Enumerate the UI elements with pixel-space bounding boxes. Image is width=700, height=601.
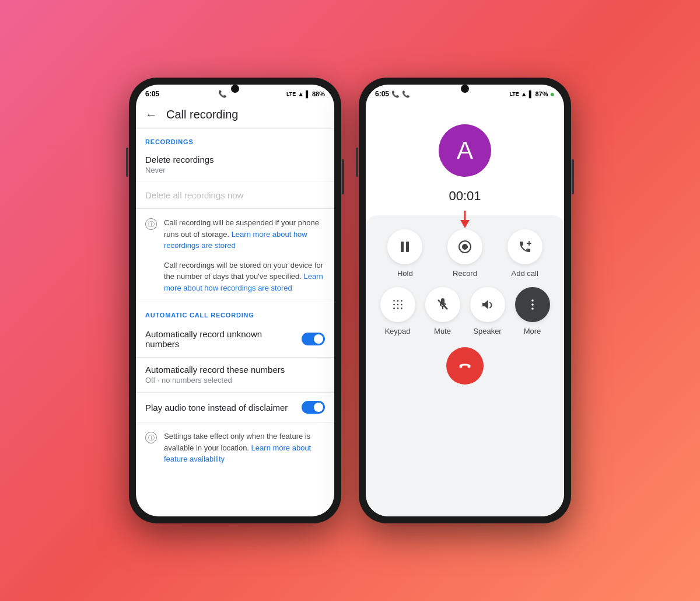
signal-bars-left: ▌ [306,90,310,97]
record-button[interactable]: Record [447,229,482,278]
hold-label: Hold [397,269,413,278]
svg-point-21 [531,303,534,306]
auto-recording-header: AUTOMATIC CALL RECORDING [136,302,334,321]
back-button[interactable]: ← [145,108,157,121]
speaker-circle [470,287,505,322]
add-call-button[interactable]: Add call [508,229,542,278]
settings-toolbar: ← Call recording [136,101,334,129]
wifi-icon: ▲ [298,90,304,97]
svg-point-11 [393,304,395,306]
battery-left: 88% [312,90,325,97]
wifi-icon-r: ▲ [521,90,527,97]
mute-button[interactable]: Mute [425,287,460,336]
keypad-button[interactable]: Keypad [380,287,415,336]
svg-rect-3 [406,242,409,252]
svg-point-5 [462,244,468,250]
more-button[interactable]: More [515,287,550,336]
info-text-1: Call recording will be suspended if your… [164,217,325,251]
svg-point-10 [401,300,402,302]
delete-recordings-title: Delete recordings [145,155,325,165]
recordings-header: RECORDINGS [136,129,334,148]
info-section-2: ⓘ Call recordings will be stored on your… [136,260,334,302]
lte-icon-r: LTE [509,91,519,97]
svg-point-8 [393,300,395,302]
auto-unknown-row[interactable]: Automatically record unknown numbers [136,321,334,357]
auto-these-subtitle: Off · no numbers selected [145,376,325,385]
page-title: Call recording [166,108,238,121]
svg-point-13 [401,304,402,306]
hold-button[interactable]: Hold [387,229,422,278]
play-audio-row[interactable]: Play audio tone instead of disclaimer [136,392,334,422]
svg-point-14 [393,308,395,309]
camera-notch-right [461,85,469,93]
status-icons-right: LTE ▲ ▌ 87% ● [509,89,555,99]
svg-point-15 [397,308,398,309]
settings-info-icon: ⓘ [145,432,157,443]
settings-info-text: Settings take effect only when the featu… [164,431,325,465]
more-label: More [524,327,541,336]
svg-point-12 [397,304,398,306]
status-icons-left: LTE ▲ ▌ 88% [286,90,325,97]
record-label: Record [453,269,477,278]
delete-recordings-item[interactable]: Delete recordings Never [136,148,334,182]
info-text-2: Call recordings will be stored on your d… [164,260,325,294]
keypad-label: Keypad [384,327,410,336]
add-call-circle [508,229,542,264]
battery-dot: ● [550,89,555,99]
camera-notch [231,85,239,93]
delete-recordings-value: Never [145,166,325,174]
delete-all-button[interactable]: Delete all recordings now [136,182,334,208]
svg-point-16 [401,308,402,309]
settings-screen: ← Call recording RECORDINGS Delete recor… [136,101,334,516]
battery-right: 87% [536,90,548,97]
left-phone: 6:05 📞 LTE ▲ ▌ 88% ← Call recording RECO… [129,78,341,523]
settings-info-section: ⓘ Settings take effect only when the fea… [136,422,334,473]
svg-marker-19 [482,300,488,309]
action-row-1: Hold Record [375,229,555,278]
play-audio-toggle[interactable] [302,401,325,414]
call-timer: 00:01 [449,188,481,204]
time-right: 6:05 [375,90,389,98]
auto-unknown-title: Automatically record unknown numbers [145,329,295,349]
avatar-letter: A [457,137,473,165]
svg-point-9 [397,300,398,302]
speaker-button[interactable]: Speaker [470,287,505,336]
end-call-button[interactable] [446,347,484,385]
action-row-2: Keypad Mute [375,287,555,336]
svg-rect-2 [401,242,404,252]
contact-avatar: A [439,124,491,177]
signal-bars-r: ▌ [529,90,534,97]
call-screen: A 00:01 [366,101,564,516]
recording-icon-right: 📞 [402,90,410,98]
svg-point-20 [531,299,534,302]
more-circle [515,287,550,322]
phone-icon-left: 📞 [218,90,227,98]
hold-circle [387,229,422,264]
auto-these-title: Automatically record these numbers [145,365,325,375]
record-circle [447,229,482,264]
auto-unknown-toggle[interactable] [302,333,325,345]
right-phone: 6:05 📞 📞 LTE ▲ ▌ 87% ● A 00:01 [359,78,571,523]
time-left: 6:05 [145,90,159,98]
speaker-label: Speaker [473,327,501,336]
svg-point-22 [531,308,534,310]
info-section-1: ⓘ Call recording will be suspended if yo… [136,208,334,260]
mute-label: Mute [434,327,451,336]
auto-these-item[interactable]: Automatically record these numbers Off ·… [136,357,334,392]
call-actions-area: Hold Record [366,215,564,516]
lte-icon: LTE [286,91,296,97]
keypad-circle [380,287,415,322]
info-icon-1: ⓘ [145,218,157,230]
record-arrow [458,211,472,228]
svg-marker-1 [460,220,470,228]
mute-circle [425,287,460,322]
add-call-label: Add call [512,269,538,278]
phone-icon-right: 📞 [391,90,400,98]
play-audio-title: Play audio tone instead of disclaimer [145,403,295,413]
